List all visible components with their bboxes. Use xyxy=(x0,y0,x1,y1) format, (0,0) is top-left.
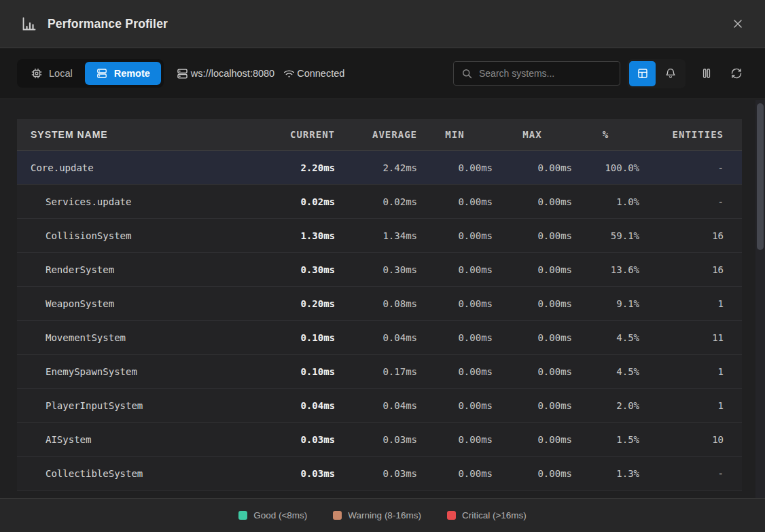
current-value: 0.03ms xyxy=(255,434,335,445)
min-value: 0.00ms xyxy=(417,264,493,275)
table-row[interactable]: PlayerInputSystem 0.04ms 0.04ms 0.00ms 0… xyxy=(17,389,742,423)
min-value: 0.00ms xyxy=(417,230,493,241)
max-value: 0.00ms xyxy=(493,434,572,445)
current-value: 2.20ms xyxy=(255,162,335,173)
system-name: PlayerInputSystem xyxy=(17,400,255,411)
bar-chart-icon xyxy=(20,16,37,32)
column-header-percent[interactable]: % xyxy=(572,129,639,140)
legend-swatch xyxy=(333,511,342,520)
legend-item: Good (<8ms) xyxy=(238,510,307,520)
legend-bar: Good (<8ms) Warning (8-16ms) Critical (>… xyxy=(0,498,765,532)
legend-item: Warning (8-16ms) xyxy=(333,510,421,520)
current-value: 0.30ms xyxy=(255,264,335,275)
min-value: 0.00ms xyxy=(417,468,493,479)
cpu-chip-icon xyxy=(31,67,43,79)
search-box xyxy=(453,61,620,86)
percent-value: 2.0% xyxy=(572,400,639,411)
average-value: 0.04ms xyxy=(335,400,417,411)
percent-value: 1.0% xyxy=(572,196,639,207)
entities-value: - xyxy=(639,196,724,207)
current-value: 0.02ms xyxy=(255,196,335,207)
entities-value: 11 xyxy=(639,332,724,343)
table-row[interactable]: CollectibleSystem 0.03ms 0.03ms 0.00ms 0… xyxy=(17,457,742,491)
max-value: 0.00ms xyxy=(493,298,572,309)
column-header-max[interactable]: MAX xyxy=(493,129,572,140)
percent-value: 13.6% xyxy=(572,264,639,275)
legend-label: Good (<8ms) xyxy=(253,510,307,520)
column-header-average[interactable]: AVERAGE xyxy=(335,129,417,140)
average-value: 2.42ms xyxy=(335,162,417,173)
table-row[interactable]: MovementSystem 0.10ms 0.04ms 0.00ms 0.00… xyxy=(17,321,742,355)
percent-value: 9.1% xyxy=(572,298,639,309)
system-name: RenderSystem xyxy=(17,264,255,275)
average-value: 0.30ms xyxy=(335,264,417,275)
max-value: 0.00ms xyxy=(493,468,572,479)
min-value: 0.00ms xyxy=(417,196,493,207)
max-value: 0.00ms xyxy=(493,162,572,173)
max-value: 0.00ms xyxy=(493,366,572,377)
search-input[interactable] xyxy=(479,68,612,79)
percent-value: 1.5% xyxy=(572,434,639,445)
legend-item: Critical (>16ms) xyxy=(447,510,527,520)
entities-value: - xyxy=(639,468,724,479)
average-value: 0.17ms xyxy=(335,366,417,377)
remote-mode-label: Remote xyxy=(114,68,150,79)
search-icon xyxy=(461,68,473,79)
current-value: 0.03ms xyxy=(255,468,335,479)
legend-label: Warning (8-16ms) xyxy=(348,510,421,520)
column-header-entities[interactable]: ENTITIES xyxy=(639,129,724,140)
table-row[interactable]: EnemySpawnSystem 0.10ms 0.17ms 0.00ms 0.… xyxy=(17,355,742,389)
table-row[interactable]: Core.update 2.20ms 2.42ms 0.00ms 0.00ms … xyxy=(17,151,742,185)
current-value: 1.30ms xyxy=(255,230,335,241)
max-value: 0.00ms xyxy=(493,400,572,411)
refresh-button[interactable] xyxy=(725,62,748,85)
table-row[interactable]: RenderSystem 0.30ms 0.30ms 0.00ms 0.00ms… xyxy=(17,253,742,287)
system-name: WeaponSystem xyxy=(17,298,255,309)
pause-button[interactable] xyxy=(695,62,718,85)
percent-value: 100.0% xyxy=(572,162,639,173)
table-row[interactable]: WeaponSystem 0.20ms 0.08ms 0.00ms 0.00ms… xyxy=(17,287,742,321)
table-row[interactable]: AISystem 0.03ms 0.03ms 0.00ms 0.00ms 1.5… xyxy=(17,423,742,457)
legend-label: Critical (>16ms) xyxy=(462,510,527,520)
percent-value: 59.1% xyxy=(572,230,639,241)
entities-value: - xyxy=(639,162,724,173)
average-value: 0.02ms xyxy=(335,196,417,207)
table-row[interactable]: CollisionSystem 1.30ms 1.34ms 0.00ms 0.0… xyxy=(17,219,742,253)
table-header: SYSTEM NAME CURRENT AVERAGE MIN MAX % EN… xyxy=(17,119,742,151)
column-header-current[interactable]: CURRENT xyxy=(255,129,335,140)
max-value: 0.00ms xyxy=(493,196,572,207)
system-name: Core.update xyxy=(17,162,255,173)
alerts-view-button[interactable] xyxy=(657,61,683,86)
page-title: Performance Profiler xyxy=(48,17,168,31)
performance-profiler-window: Performance Profiler Local xyxy=(0,0,765,532)
percent-value: 1.3% xyxy=(572,468,639,479)
table-layout-icon xyxy=(637,67,649,79)
system-name: AISystem xyxy=(17,434,255,445)
column-header-min[interactable]: MIN xyxy=(417,129,493,140)
close-icon[interactable] xyxy=(731,17,745,31)
table-row[interactable]: Services.update 0.02ms 0.02ms 0.00ms 0.0… xyxy=(17,185,742,219)
remote-mode-button[interactable]: Remote xyxy=(85,62,161,85)
connection-status-text: Connected xyxy=(297,68,344,79)
max-value: 0.00ms xyxy=(493,230,572,241)
average-value: 1.34ms xyxy=(335,230,417,241)
average-value: 0.03ms xyxy=(335,468,417,479)
mode-segmented-control: Local Remote xyxy=(17,59,164,88)
local-mode-button[interactable]: Local xyxy=(20,62,84,85)
scrollbar-thumb[interactable] xyxy=(757,103,764,250)
column-header-system-name[interactable]: SYSTEM NAME xyxy=(17,129,255,140)
scrollbar-track[interactable] xyxy=(755,100,765,498)
max-value: 0.00ms xyxy=(493,264,572,275)
pause-icon xyxy=(700,67,713,79)
percent-value: 4.5% xyxy=(572,366,639,377)
average-value: 0.08ms xyxy=(335,298,417,309)
table-area: SYSTEM NAME CURRENT AVERAGE MIN MAX % EN… xyxy=(0,100,765,498)
server-icon xyxy=(176,67,189,80)
legend-swatch xyxy=(447,511,456,520)
legend-swatch xyxy=(238,511,247,520)
system-name: CollectibleSystem xyxy=(17,468,255,479)
entities-value: 16 xyxy=(639,264,724,275)
toolbar: Local Remote xyxy=(0,48,765,99)
table-view-button[interactable] xyxy=(629,61,656,86)
entities-value: 16 xyxy=(639,230,724,241)
